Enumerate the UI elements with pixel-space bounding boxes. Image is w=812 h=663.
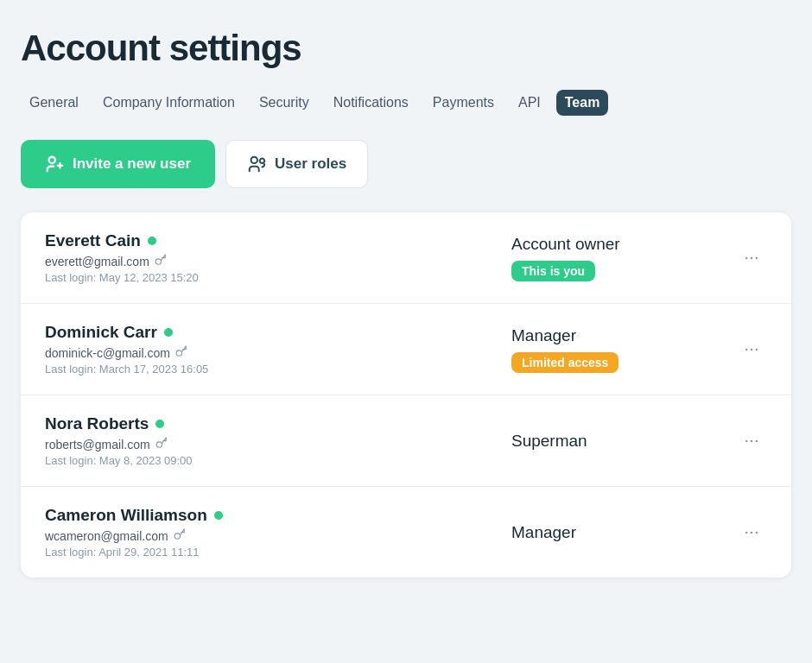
key-icon (174, 528, 186, 543)
user-role-section: Account ownerThis is you (511, 235, 736, 281)
svg-point-23 (751, 531, 753, 534)
user-last-login: Last login: May 8, 2023 09:00 (45, 454, 511, 467)
more-menu-button[interactable] (736, 243, 767, 274)
user-last-login: Last login: April 29, 2021 11:11 (45, 546, 511, 559)
table-row: Cameron Williamsonwcameron@gmail.comLast… (21, 487, 791, 578)
nav-tab-security[interactable]: Security (251, 90, 318, 116)
user-role: Manager (511, 326, 736, 345)
user-info-3: Cameron Williamsonwcameron@gmail.comLast… (45, 506, 511, 559)
user-role: Superman (511, 432, 736, 451)
svg-point-10 (176, 350, 181, 356)
user-last-login: Last login: March 17, 2023 16:05 (45, 363, 511, 376)
nav-tab-payments[interactable]: Payments (424, 90, 503, 116)
user-email: roberts@gmail.com (45, 438, 150, 451)
svg-point-22 (745, 531, 748, 534)
roles-button-label: User roles (275, 155, 346, 173)
svg-point-13 (751, 348, 753, 350)
svg-point-4 (260, 159, 265, 164)
user-info-1: Dominick Carrdominick-c@gmail.comLast lo… (45, 323, 511, 376)
more-menu-button[interactable] (736, 517, 767, 548)
users-list: Everett Caineverett@gmail.comLast login:… (21, 212, 791, 578)
svg-point-18 (751, 439, 753, 442)
this-is-you-badge: This is you (511, 261, 595, 281)
user-role-section: Superman (511, 432, 736, 451)
svg-point-15 (156, 442, 162, 447)
online-status-dot (164, 328, 173, 337)
user-info-2: Nora Robertsroberts@gmail.comLast login:… (45, 414, 511, 467)
svg-point-20 (174, 534, 180, 539)
table-row: Everett Caineverett@gmail.comLast login:… (21, 212, 791, 304)
user-email: everett@gmail.com (45, 255, 149, 268)
nav-tabs: GeneralCompany InformationSecurityNotifi… (21, 90, 791, 116)
svg-point-3 (251, 157, 257, 163)
key-icon (155, 254, 167, 268)
svg-point-0 (49, 157, 55, 163)
key-icon (155, 437, 168, 451)
svg-point-8 (751, 256, 753, 259)
user-role-section: Manager (511, 523, 736, 542)
user-name: Everett Cain (45, 231, 141, 250)
more-menu-button[interactable] (736, 334, 767, 365)
svg-point-5 (155, 259, 161, 264)
table-row: Nora Robertsroberts@gmail.comLast login:… (21, 395, 791, 487)
online-status-dot (155, 420, 164, 428)
nav-tab-general[interactable]: General (21, 90, 87, 116)
svg-point-17 (745, 439, 748, 442)
nav-tab-api[interactable]: API (510, 90, 549, 116)
online-status-dot (214, 511, 223, 520)
user-email: dominick-c@gmail.com (45, 346, 170, 360)
svg-point-14 (756, 348, 758, 350)
svg-point-7 (745, 256, 748, 259)
more-menu-button[interactable] (736, 426, 767, 457)
user-email: wcameron@gmail.com (45, 529, 168, 543)
user-name: Nora Roberts (45, 414, 149, 433)
user-last-login: Last login: May 12, 2023 15:20 (45, 271, 511, 284)
limited-access-badge: Limited access (511, 352, 619, 373)
key-icon (175, 345, 187, 360)
nav-tab-notifications[interactable]: Notifications (325, 90, 417, 116)
user-role: Manager (511, 523, 736, 542)
user-name: Cameron Williamson (45, 506, 207, 525)
svg-point-19 (756, 439, 758, 442)
roles-icon (247, 155, 266, 174)
user-name: Dominick Carr (45, 323, 157, 342)
invite-button-label: Invite a new user (73, 155, 191, 173)
nav-tab-company[interactable]: Company Information (94, 90, 244, 116)
svg-point-24 (756, 531, 758, 534)
user-role: Account owner (511, 235, 736, 254)
action-buttons: Invite a new user User roles (21, 140, 791, 188)
svg-point-12 (745, 348, 748, 350)
svg-point-9 (756, 256, 758, 259)
invite-new-user-button[interactable]: Invite a new user (21, 140, 215, 188)
online-status-dot (148, 237, 156, 245)
user-info-0: Everett Caineverett@gmail.comLast login:… (45, 231, 511, 284)
nav-tab-team[interactable]: Team (556, 90, 609, 116)
table-row: Dominick Carrdominick-c@gmail.comLast lo… (21, 304, 791, 395)
user-role-section: ManagerLimited access (511, 326, 736, 373)
user-roles-button[interactable]: User roles (225, 140, 368, 188)
page-title: Account settings (21, 28, 791, 69)
invite-icon (45, 155, 64, 174)
